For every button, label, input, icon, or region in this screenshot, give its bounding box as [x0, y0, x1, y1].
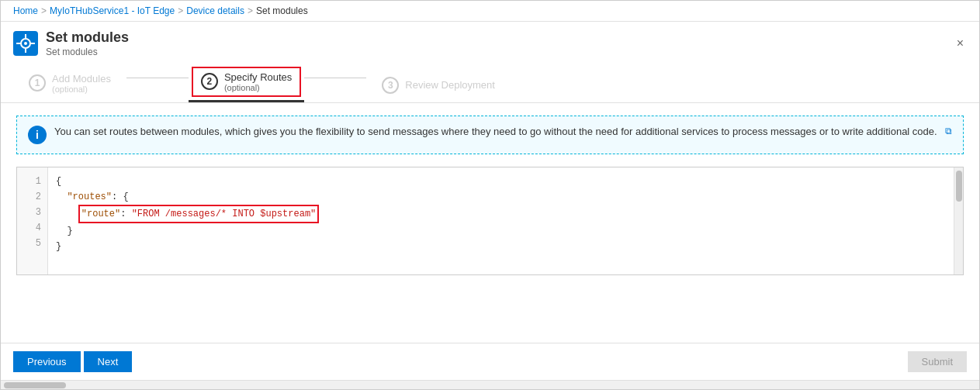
submit-button[interactable]: Submit — [908, 351, 967, 372]
breadcrumb-home[interactable]: Home — [13, 5, 38, 16]
wizard-steps: 1 Add Modules (optional) 2 Specify Route… — [13, 64, 967, 102]
step-1-labels: Add Modules (optional) — [52, 73, 111, 94]
breadcrumb-sep-3: > — [248, 5, 253, 16]
ln-3: 3 — [17, 205, 47, 220]
ln-2: 2 — [17, 189, 47, 205]
footer: Previous Next Submit — [1, 343, 979, 380]
step-divider-2 — [304, 78, 366, 78]
scrollbar-thumb — [956, 171, 962, 202]
code-line-5: } — [56, 239, 946, 254]
breadcrumb: Home > MyIoTHubService1 - IoT Edge > Dev… — [1, 1, 979, 22]
ln-1: 1 — [17, 174, 47, 189]
iot-edge-icon — [13, 31, 38, 56]
step-1-num: 1 — [29, 74, 46, 91]
external-link-icon[interactable]: ⧉ — [945, 126, 952, 136]
step-1-label: Add Modules — [52, 73, 111, 85]
step-2-sublabel: (optional) — [224, 83, 292, 92]
wizard-step-2[interactable]: 2 Specify Routes (optional) — [189, 64, 304, 102]
main-window: Home > MyIoTHubService1 - IoT Edge > Dev… — [0, 0, 980, 390]
step-2-box: 2 Specify Routes (optional) — [192, 67, 301, 97]
step-3-labels: Review Deployment — [405, 79, 495, 91]
code-line-1: { — [56, 174, 946, 189]
breadcrumb-sep-2: > — [178, 5, 183, 16]
breadcrumb-sep-1: > — [41, 5, 47, 16]
step-2-label: Specify Routes — [224, 71, 292, 83]
info-text: You can set routes between modules, whic… — [54, 126, 937, 137]
code-line-2: "routes": { — [56, 189, 946, 205]
step-2-num: 2 — [201, 73, 218, 90]
bottom-scrollbar[interactable] — [1, 380, 979, 389]
code-scrollbar[interactable] — [954, 167, 963, 274]
step-divider-1 — [126, 78, 189, 78]
code-body[interactable]: { "routes": { "route": "FROM /messages/*… — [48, 167, 954, 274]
panel-title-text: Set modules Set modules — [46, 29, 129, 57]
step-2-labels: Specify Routes (optional) — [224, 71, 292, 92]
panel-header: Set modules Set modules × 1 Add Modules … — [1, 22, 979, 103]
step-3-num: 3 — [382, 77, 399, 94]
code-editor[interactable]: 1 2 3 4 5 { "routes": { "route": "FROM /… — [16, 167, 964, 275]
close-button[interactable]: × — [954, 33, 967, 53]
info-box: i You can set routes between modules, wh… — [16, 116, 964, 154]
wizard-step-3[interactable]: 3 Review Deployment — [366, 71, 511, 102]
info-icon: i — [28, 126, 47, 144]
code-line-numbers: 1 2 3 4 5 — [17, 167, 48, 274]
breadcrumb-device[interactable]: Device details — [186, 5, 244, 16]
ln-4: 4 — [17, 220, 47, 236]
ln-5: 5 — [17, 236, 47, 251]
panel-subtitle: Set modules — [46, 47, 129, 57]
main-content: i You can set routes between modules, wh… — [1, 103, 979, 343]
breadcrumb-iothub[interactable]: MyIoTHubService1 - IoT Edge — [50, 5, 175, 16]
footer-left-buttons: Previous Next — [13, 351, 132, 372]
h-scroll-thumb — [4, 382, 66, 388]
panel-title: Set modules — [46, 29, 129, 47]
svg-point-2 — [24, 42, 27, 45]
breadcrumb-current: Set modules — [256, 5, 308, 16]
code-line-4: } — [56, 223, 946, 239]
step-1-sublabel: (optional) — [52, 85, 111, 94]
previous-button[interactable]: Previous — [13, 351, 81, 372]
next-button[interactable]: Next — [84, 351, 133, 372]
wizard-step-1[interactable]: 1 Add Modules (optional) — [13, 67, 126, 102]
panel-title-row: Set modules Set modules — [13, 29, 129, 57]
step-3-label: Review Deployment — [405, 79, 495, 91]
code-line-3: "route": "FROM /messages/* INTO $upstrea… — [56, 205, 946, 223]
